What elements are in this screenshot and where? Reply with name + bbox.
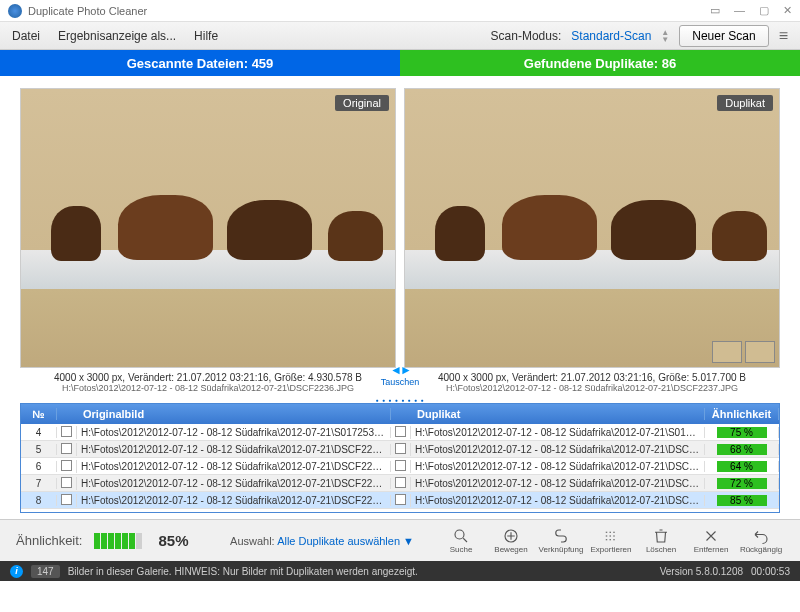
search-button[interactable]: Suche: [438, 527, 484, 554]
cell-duplicate: H:\Fotos\2012\2012-07-12 - 08-12 Südafri…: [411, 495, 705, 506]
original-path: H:\Fotos\2012\2012-07-12 - 08-12 Südafri…: [20, 383, 396, 393]
similarity-label: Ähnlichkeit:: [16, 533, 82, 548]
version-label: Version 5.8.0.1208: [660, 566, 743, 577]
table-row[interactable]: 5 H:\Fotos\2012\2012-07-12 - 08-12 Südaf…: [21, 441, 779, 458]
hamburger-menu-icon[interactable]: ≡: [779, 27, 788, 45]
table-row[interactable]: 8 H:\Fotos\2012\2012-07-12 - 08-12 Südaf…: [21, 492, 779, 509]
swap-arrows-icon: ◄►: [390, 363, 410, 377]
cell-check-orig[interactable]: [57, 460, 77, 473]
cell-similarity: 68 %: [705, 444, 779, 455]
cell-check-orig[interactable]: [57, 477, 77, 490]
cell-duplicate: H:\Fotos\2012\2012-07-12 - 08-12 Südafri…: [411, 427, 705, 438]
cell-check-dup[interactable]: [391, 460, 411, 473]
duplicates-count: Gefundene Duplikate: 86: [400, 50, 800, 76]
duplicate-meta: 4000 x 3000 px, Verändert: 21.07.2012 03…: [404, 372, 780, 383]
window-indicator-icon: ▭: [710, 4, 720, 17]
col-number[interactable]: №: [21, 408, 57, 420]
cell-original: H:\Fotos\2012\2012-07-12 - 08-12 Südafri…: [77, 495, 391, 506]
cell-check-dup[interactable]: [391, 426, 411, 439]
cell-check-dup[interactable]: [391, 477, 411, 490]
remove-button[interactable]: Entfernen: [688, 527, 734, 554]
cell-original: H:\Fotos\2012\2012-07-12 - 08-12 Südafri…: [77, 444, 391, 455]
delete-button[interactable]: Löschen: [638, 527, 684, 554]
gallery-count: 147: [31, 565, 60, 578]
similarity-meter: [94, 533, 142, 549]
cell-duplicate: H:\Fotos\2012\2012-07-12 - 08-12 Südafri…: [411, 444, 705, 455]
duplicate-path: H:\Fotos\2012\2012-07-12 - 08-12 Südafri…: [404, 383, 780, 393]
elapsed-time: 00:00:53: [751, 566, 790, 577]
export-button[interactable]: Exportieren: [588, 527, 634, 554]
undo-button[interactable]: Rückgängig: [738, 527, 784, 554]
svg-point-0: [455, 530, 464, 539]
col-duplicate[interactable]: Duplikat: [411, 408, 705, 420]
cell-check-orig[interactable]: [57, 426, 77, 439]
cell-original: H:\Fotos\2012\2012-07-12 - 08-12 Südafri…: [77, 461, 391, 472]
original-card: Original 4000 x 3000 px, Verändert: 21.0…: [20, 88, 396, 393]
cell-number: 5: [21, 444, 57, 455]
thumbnail-strip[interactable]: [712, 341, 775, 363]
cell-check-dup[interactable]: [391, 443, 411, 456]
cell-number: 4: [21, 427, 57, 438]
cell-duplicate: H:\Fotos\2012\2012-07-12 - 08-12 Südafri…: [411, 478, 705, 489]
move-button[interactable]: Bewegen: [488, 527, 534, 554]
new-scan-button[interactable]: Neuer Scan: [679, 25, 768, 47]
table-row[interactable]: 6 H:\Fotos\2012\2012-07-12 - 08-12 Südaf…: [21, 458, 779, 475]
info-icon: i: [10, 565, 23, 578]
bottom-toolbar: Ähnlichkeit: 85% Auswahl: Alle Duplikate…: [0, 519, 800, 561]
scanned-count: Gescannte Dateien: 459: [0, 50, 400, 76]
similarity-percent: 85%: [158, 532, 188, 549]
cell-similarity: 75 %: [705, 427, 779, 438]
original-image[interactable]: Original: [20, 88, 396, 368]
table-body[interactable]: 4 H:\Fotos\2012\2012-07-12 - 08-12 Südaf…: [21, 424, 779, 512]
col-similarity[interactable]: Ähnlichkeit: [705, 408, 779, 420]
close-icon[interactable]: ✕: [783, 4, 792, 17]
cell-similarity: 72 %: [705, 478, 779, 489]
original-tag: Original: [335, 95, 389, 111]
maximize-icon[interactable]: ▢: [759, 4, 769, 17]
cell-number: 6: [21, 461, 57, 472]
cell-original: H:\Fotos\2012\2012-07-12 - 08-12 Südafri…: [77, 478, 391, 489]
cell-number: 8: [21, 495, 57, 506]
menubar: Datei Ergebnisanzeige als... Hilfe Scan-…: [0, 22, 800, 50]
cell-original: H:\Fotos\2012\2012-07-12 - 08-12 Südafri…: [77, 427, 391, 438]
menu-datei[interactable]: Datei: [12, 29, 40, 43]
select-all-dropdown[interactable]: Alle Duplikate auswählen ▼: [277, 535, 414, 547]
cell-check-orig[interactable]: [57, 494, 77, 507]
selection-label: Auswahl: Alle Duplikate auswählen ▼: [230, 535, 414, 547]
window-title: Duplicate Photo Cleaner: [28, 5, 147, 17]
table-row[interactable]: 4 H:\Fotos\2012\2012-07-12 - 08-12 Südaf…: [21, 424, 779, 441]
menu-hilfe[interactable]: Hilfe: [194, 29, 218, 43]
preview-pane: Original 4000 x 3000 px, Verändert: 21.0…: [0, 76, 800, 397]
cell-duplicate: H:\Fotos\2012\2012-07-12 - 08-12 Südafri…: [411, 461, 705, 472]
cell-similarity: 64 %: [705, 461, 779, 472]
status-bar: i 147 Bilder in dieser Galerie. HINWEIS:…: [0, 561, 800, 581]
duplicate-tag: Duplikat: [717, 95, 773, 111]
table-row[interactable]: 7 H:\Fotos\2012\2012-07-12 - 08-12 Südaf…: [21, 475, 779, 492]
cell-number: 7: [21, 478, 57, 489]
status-message: Bilder in dieser Galerie. HINWEIS: Nur B…: [68, 566, 418, 577]
duplicate-image[interactable]: Duplikat: [404, 88, 780, 368]
col-original[interactable]: Originalbild: [77, 408, 391, 420]
duplicate-card: Duplikat 4000 x 3000 px, Verändert: 21.0…: [404, 88, 780, 393]
swap-button[interactable]: ◄► Tauschen: [381, 363, 420, 387]
action-buttons: Suche Bewegen Verknüpfung Exportieren Lö…: [438, 527, 784, 554]
stats-bar: Gescannte Dateien: 459 Gefundene Duplika…: [0, 50, 800, 76]
menu-ergebnis[interactable]: Ergebnisanzeige als...: [58, 29, 176, 43]
table-header: № Originalbild Duplikat Ähnlichkeit: [21, 404, 779, 424]
titlebar: Duplicate Photo Cleaner ▭ — ▢ ✕: [0, 0, 800, 22]
results-table: № Originalbild Duplikat Ähnlichkeit 4 H:…: [20, 403, 780, 513]
scan-mode-label: Scan-Modus:: [491, 29, 562, 43]
app-logo-icon: [8, 4, 22, 18]
scan-mode-select[interactable]: Standard-Scan: [571, 29, 651, 43]
cell-similarity: 85 %: [705, 495, 779, 506]
link-button[interactable]: Verknüpfung: [538, 527, 584, 554]
cell-check-orig[interactable]: [57, 443, 77, 456]
minimize-icon[interactable]: —: [734, 4, 745, 17]
dropdown-arrows-icon[interactable]: ▲▼: [661, 29, 669, 43]
cell-check-dup[interactable]: [391, 494, 411, 507]
original-meta: 4000 x 3000 px, Verändert: 21.07.2012 03…: [20, 372, 396, 383]
